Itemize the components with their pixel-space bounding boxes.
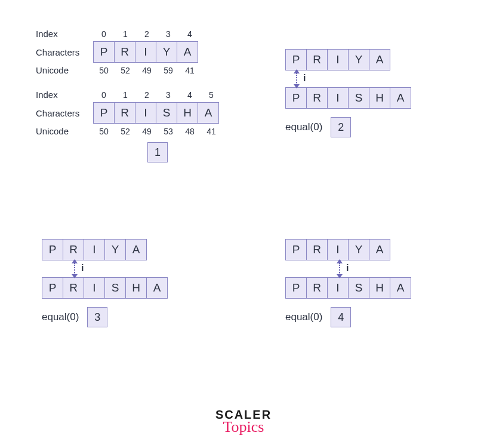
char-cell: I <box>327 87 349 109</box>
label-unicode: Unicode <box>36 126 93 136</box>
char-cell: H <box>177 102 198 124</box>
char-cell: A <box>146 277 168 299</box>
char-cell: R <box>306 239 328 260</box>
char-cell: A <box>125 239 147 260</box>
char-cell: I <box>327 239 349 260</box>
unicode-cell: 49 <box>136 66 158 75</box>
panel-step-1: Index 0 1 2 3 4 Characters P R I Y A Uni… <box>36 29 222 165</box>
char-cell: P <box>42 239 63 260</box>
char-cell: S <box>156 102 177 124</box>
char-cell: R <box>306 277 328 299</box>
char-cell: H <box>125 277 147 299</box>
char-cell: A <box>390 277 411 299</box>
step-number: 2 <box>331 117 351 137</box>
unicode-cell: 59 <box>158 66 179 75</box>
pointer-arrow: i <box>285 260 411 277</box>
equal-result: equal(0) <box>42 311 79 323</box>
equal-result: equal(0) <box>285 121 322 133</box>
char-cell: P <box>93 41 115 63</box>
panel-step-3: P R I Y A i P R I S H A equal(0) 3 <box>42 239 168 327</box>
index-cell: 0 <box>93 90 115 100</box>
panel-step-4: P R I Y A i P R I S H A equal(0) 4 <box>285 239 411 327</box>
char-cell: I <box>135 102 156 124</box>
char-cell: S <box>348 87 369 109</box>
label-characters: Characters <box>36 47 93 57</box>
unicode-cell: 41 <box>179 66 201 75</box>
pointer-arrow: i <box>42 260 168 277</box>
char-cell: Y <box>156 41 177 63</box>
step-number: 1 <box>147 142 168 162</box>
char-cell: R <box>306 49 328 70</box>
index-cell: 1 <box>115 29 136 39</box>
char-cell: A <box>198 102 219 124</box>
unicode-cell: 48 <box>179 127 201 136</box>
unicode-cell: 52 <box>115 66 136 75</box>
double-arrow-icon <box>339 260 340 277</box>
equal-result: equal(0) <box>285 311 322 323</box>
index-cell: 2 <box>136 29 158 39</box>
char-cell: R <box>63 277 84 299</box>
char-cell: I <box>327 277 349 299</box>
char-cell: H <box>369 87 390 109</box>
index-cell: 0 <box>93 29 115 39</box>
char-cell: A <box>369 49 390 70</box>
char-cell: Y <box>348 49 369 70</box>
char-cell: P <box>285 87 307 109</box>
unicode-cell: 41 <box>201 127 222 136</box>
pointer-arrow: i <box>285 70 411 87</box>
char-cell: A <box>369 239 390 260</box>
label-index: Index <box>36 29 93 39</box>
logo-bottom-text: Topics <box>215 419 272 435</box>
step-number: 4 <box>331 307 351 327</box>
unicode-cell: 53 <box>158 127 179 136</box>
char-cell: P <box>93 102 115 124</box>
double-arrow-icon <box>74 260 75 277</box>
unicode-cell: 52 <box>115 127 136 136</box>
index-cell: 3 <box>158 29 179 39</box>
char-cell: P <box>285 49 307 70</box>
char-cell: H <box>369 277 390 299</box>
panel-step-2: P R I Y A i P R I S H A equal(0) 2 <box>285 49 411 137</box>
unicode-cell: 50 <box>93 66 115 75</box>
unicode-cell: 49 <box>136 127 158 136</box>
label-index: Index <box>36 90 93 100</box>
char-cell: S <box>104 277 126 299</box>
char-cell: I <box>135 41 156 63</box>
char-cell: P <box>285 277 307 299</box>
logo: SCALER Topics <box>215 409 272 435</box>
label-unicode: Unicode <box>36 65 93 75</box>
double-arrow-icon <box>296 70 297 87</box>
char-cell: R <box>114 102 135 124</box>
index-cell: 3 <box>158 90 179 100</box>
char-cell: A <box>177 41 198 63</box>
char-cell: Y <box>348 239 369 260</box>
char-cell: A <box>390 87 411 109</box>
index-cell: 4 <box>179 90 201 100</box>
char-cell: R <box>306 87 328 109</box>
index-cell: 4 <box>179 29 201 39</box>
label-characters: Characters <box>36 108 93 118</box>
step-number: 3 <box>87 307 107 327</box>
index-cell: 5 <box>201 90 222 100</box>
char-cell: I <box>84 239 105 260</box>
char-cell: P <box>285 239 307 260</box>
pointer-label: i <box>303 73 306 84</box>
char-cell: R <box>63 239 84 260</box>
pointer-label: i <box>346 263 349 274</box>
char-cell: Y <box>104 239 126 260</box>
char-cell: S <box>348 277 369 299</box>
char-cell: P <box>42 277 63 299</box>
index-cell: 1 <box>115 90 136 100</box>
index-cell: 2 <box>136 90 158 100</box>
char-cell: R <box>114 41 135 63</box>
char-cell: I <box>84 277 105 299</box>
char-cell: I <box>327 49 349 70</box>
unicode-cell: 50 <box>93 127 115 136</box>
pointer-label: i <box>81 263 84 274</box>
